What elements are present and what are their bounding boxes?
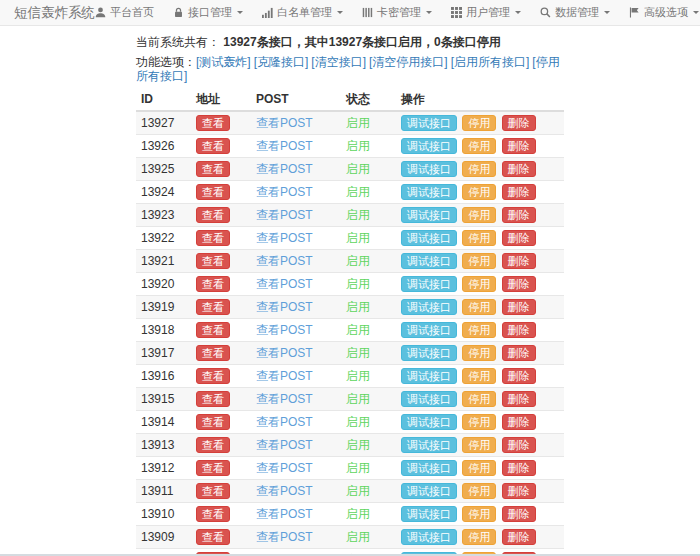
view-address-button[interactable]: 查看 bbox=[196, 460, 230, 476]
disable-button[interactable]: 停用 bbox=[462, 506, 496, 522]
debug-api-button[interactable]: 调试接口 bbox=[401, 414, 457, 430]
view-address-button[interactable]: 查看 bbox=[196, 184, 230, 200]
debug-api-button[interactable]: 调试接口 bbox=[401, 299, 457, 315]
debug-api-button[interactable]: 调试接口 bbox=[401, 345, 457, 361]
view-post-link[interactable]: 查看POST bbox=[256, 139, 313, 153]
delete-button[interactable]: 删除 bbox=[502, 276, 536, 292]
nav-item-user-management[interactable]: 用户管理 bbox=[451, 5, 521, 20]
debug-api-button[interactable]: 调试接口 bbox=[401, 161, 457, 177]
delete-button[interactable]: 删除 bbox=[502, 161, 536, 177]
debug-api-button[interactable]: 调试接口 bbox=[401, 184, 457, 200]
view-address-button[interactable]: 查看 bbox=[196, 368, 230, 384]
debug-api-button[interactable]: 调试接口 bbox=[401, 115, 457, 131]
view-post-link[interactable]: 查看POST bbox=[256, 484, 313, 498]
disable-button[interactable]: 停用 bbox=[462, 138, 496, 154]
view-address-button[interactable]: 查看 bbox=[196, 276, 230, 292]
delete-button[interactable]: 删除 bbox=[502, 230, 536, 246]
view-address-button[interactable]: 查看 bbox=[196, 230, 230, 246]
disable-button[interactable]: 停用 bbox=[462, 368, 496, 384]
delete-button[interactable]: 删除 bbox=[502, 391, 536, 407]
view-post-link[interactable]: 查看POST bbox=[256, 300, 313, 314]
view-post-link[interactable]: 查看POST bbox=[256, 116, 313, 130]
view-address-button[interactable]: 查看 bbox=[196, 506, 230, 522]
delete-button[interactable]: 删除 bbox=[502, 414, 536, 430]
delete-button[interactable]: 删除 bbox=[502, 322, 536, 338]
debug-api-button[interactable]: 调试接口 bbox=[401, 253, 457, 269]
view-address-button[interactable]: 查看 bbox=[196, 207, 230, 223]
brand-title[interactable]: 短信轰炸系统 bbox=[14, 4, 95, 22]
view-address-button[interactable]: 查看 bbox=[196, 299, 230, 315]
disable-button[interactable]: 停用 bbox=[462, 276, 496, 292]
nav-item-data-management[interactable]: 数据管理 bbox=[540, 5, 610, 20]
debug-api-button[interactable]: 调试接口 bbox=[401, 506, 457, 522]
delete-button[interactable]: 删除 bbox=[502, 368, 536, 384]
debug-api-button[interactable]: 调试接口 bbox=[401, 207, 457, 223]
debug-api-button[interactable]: 调试接口 bbox=[401, 391, 457, 407]
view-post-link[interactable]: 查看POST bbox=[256, 323, 313, 337]
delete-button[interactable]: 删除 bbox=[502, 299, 536, 315]
view-address-button[interactable]: 查看 bbox=[196, 138, 230, 154]
view-address-button[interactable]: 查看 bbox=[196, 322, 230, 338]
delete-button[interactable]: 删除 bbox=[502, 138, 536, 154]
view-post-link[interactable]: 查看POST bbox=[256, 369, 313, 383]
view-address-button[interactable]: 查看 bbox=[196, 414, 230, 430]
disable-button[interactable]: 停用 bbox=[462, 437, 496, 453]
disable-button[interactable]: 停用 bbox=[462, 460, 496, 476]
delete-button[interactable]: 删除 bbox=[502, 115, 536, 131]
delete-button[interactable]: 删除 bbox=[502, 460, 536, 476]
nav-item-api-management[interactable]: 接口管理 bbox=[173, 5, 243, 20]
view-address-button[interactable]: 查看 bbox=[196, 391, 230, 407]
nav-item-advanced-options[interactable]: 高级选项 bbox=[629, 5, 699, 20]
nav-item-card-key-management[interactable]: 卡密管理 bbox=[362, 5, 432, 20]
disable-button[interactable]: 停用 bbox=[462, 345, 496, 361]
view-post-link[interactable]: 查看POST bbox=[256, 346, 313, 360]
disable-button[interactable]: 停用 bbox=[462, 230, 496, 246]
view-post-link[interactable]: 查看POST bbox=[256, 507, 313, 521]
view-address-button[interactable]: 查看 bbox=[196, 345, 230, 361]
disable-button[interactable]: 停用 bbox=[462, 483, 496, 499]
nav-item-home[interactable]: 平台首页 bbox=[95, 5, 154, 20]
disable-button[interactable]: 停用 bbox=[462, 184, 496, 200]
delete-button[interactable]: 删除 bbox=[502, 529, 536, 545]
disable-button[interactable]: 停用 bbox=[462, 207, 496, 223]
debug-api-button[interactable]: 调试接口 bbox=[401, 368, 457, 384]
delete-button[interactable]: 删除 bbox=[502, 483, 536, 499]
debug-api-button[interactable]: 调试接口 bbox=[401, 276, 457, 292]
view-post-link[interactable]: 查看POST bbox=[256, 208, 313, 222]
disable-button[interactable]: 停用 bbox=[462, 253, 496, 269]
disable-button[interactable]: 停用 bbox=[462, 161, 496, 177]
view-post-link[interactable]: 查看POST bbox=[256, 530, 313, 544]
disable-button[interactable]: 停用 bbox=[462, 299, 496, 315]
delete-button[interactable]: 删除 bbox=[502, 253, 536, 269]
clear-api-link[interactable]: [清空接口] bbox=[311, 55, 366, 69]
debug-api-button[interactable]: 调试接口 bbox=[401, 529, 457, 545]
delete-button[interactable]: 删除 bbox=[502, 437, 536, 453]
view-post-link[interactable]: 查看POST bbox=[256, 438, 313, 452]
delete-button[interactable]: 删除 bbox=[502, 506, 536, 522]
test-bomb-link[interactable]: [测试轰炸] bbox=[196, 55, 251, 69]
clear-disabled-api-link[interactable]: [清空停用接口] bbox=[369, 55, 448, 69]
view-address-button[interactable]: 查看 bbox=[196, 161, 230, 177]
view-address-button[interactable]: 查看 bbox=[196, 253, 230, 269]
view-post-link[interactable]: 查看POST bbox=[256, 415, 313, 429]
nav-item-whitelist-management[interactable]: 白名单管理 bbox=[262, 5, 343, 20]
view-post-link[interactable]: 查看POST bbox=[256, 461, 313, 475]
debug-api-button[interactable]: 调试接口 bbox=[401, 322, 457, 338]
view-address-button[interactable]: 查看 bbox=[196, 115, 230, 131]
delete-button[interactable]: 删除 bbox=[502, 207, 536, 223]
disable-button[interactable]: 停用 bbox=[462, 414, 496, 430]
disable-button[interactable]: 停用 bbox=[462, 322, 496, 338]
disable-button[interactable]: 停用 bbox=[462, 391, 496, 407]
disable-button[interactable]: 停用 bbox=[462, 529, 496, 545]
debug-api-button[interactable]: 调试接口 bbox=[401, 483, 457, 499]
view-post-link[interactable]: 查看POST bbox=[256, 162, 313, 176]
view-address-button[interactable]: 查看 bbox=[196, 529, 230, 545]
enable-all-api-link[interactable]: [启用所有接口] bbox=[451, 55, 530, 69]
view-address-button[interactable]: 查看 bbox=[196, 437, 230, 453]
delete-button[interactable]: 删除 bbox=[502, 345, 536, 361]
debug-api-button[interactable]: 调试接口 bbox=[401, 437, 457, 453]
debug-api-button[interactable]: 调试接口 bbox=[401, 460, 457, 476]
view-post-link[interactable]: 查看POST bbox=[256, 231, 313, 245]
delete-button[interactable]: 删除 bbox=[502, 184, 536, 200]
clone-api-link[interactable]: [克隆接口] bbox=[254, 55, 309, 69]
